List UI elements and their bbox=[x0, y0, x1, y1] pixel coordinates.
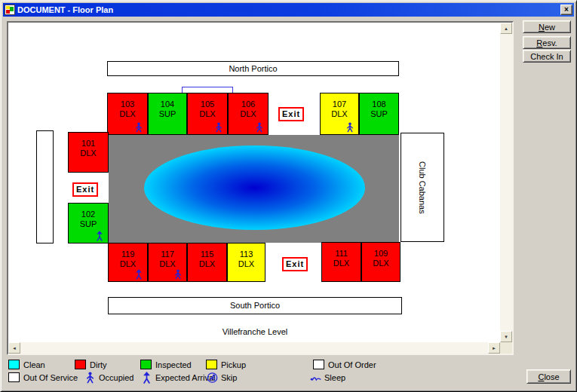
legend-item: Occupied bbox=[84, 372, 134, 383]
room-number: 101 bbox=[69, 139, 108, 149]
room[interactable]: 109 DLX bbox=[361, 242, 401, 282]
occupied-icon bbox=[255, 122, 264, 133]
scroll-left-icon: ◄ bbox=[12, 346, 17, 351]
window-close-button[interactable]: × bbox=[560, 5, 572, 15]
occupied-icon bbox=[173, 269, 183, 280]
check-in-button[interactable]: Check In bbox=[523, 50, 571, 63]
room[interactable]: 107 DLX bbox=[320, 93, 359, 135]
floor-plan-layer: North Portico Club Cabanas South Portico… bbox=[8, 23, 500, 342]
level-label: Villefranche Level bbox=[180, 327, 330, 336]
legend-item: Out Of Order bbox=[313, 359, 376, 370]
legend-item: Sleep bbox=[310, 372, 345, 383]
occupied-icon bbox=[214, 122, 223, 133]
room-number: 109 bbox=[362, 249, 400, 259]
room-number: 115 bbox=[188, 250, 226, 259]
sleep-icon bbox=[310, 372, 321, 384]
scroll-down-icon: ▼ bbox=[504, 335, 508, 339]
legend-label: Sleep bbox=[324, 373, 345, 382]
legend-label: Clean bbox=[23, 360, 45, 369]
legend-item: Skip bbox=[207, 372, 237, 383]
room-number: 104 bbox=[149, 100, 186, 109]
legend-swatch bbox=[8, 360, 20, 369]
room[interactable]: 117 DLX bbox=[148, 243, 187, 282]
exit-sign: Exit bbox=[278, 107, 304, 121]
arrival-icon bbox=[141, 372, 152, 384]
room[interactable]: 103 DLX bbox=[107, 93, 148, 135]
scroll-down-button[interactable]: ▼ bbox=[500, 331, 512, 342]
arrival-icon bbox=[134, 269, 143, 280]
occupied-icon bbox=[84, 372, 96, 384]
room-number: 102 bbox=[69, 210, 108, 219]
room[interactable]: 115 DLX bbox=[187, 243, 227, 282]
scroll-right-icon: ► bbox=[492, 346, 496, 351]
legend-swatch bbox=[140, 360, 152, 369]
room[interactable]: 105 DLX bbox=[187, 93, 228, 135]
room-type: DLX bbox=[69, 149, 108, 158]
occupied-icon bbox=[345, 122, 354, 133]
room-type: DLX bbox=[229, 109, 268, 119]
scrollbar-corner bbox=[500, 342, 512, 354]
room-type: DLX bbox=[188, 259, 226, 269]
vertical-scrollbar[interactable]: ▲ ▼ bbox=[500, 23, 512, 342]
new-button[interactable]: New bbox=[523, 20, 571, 33]
legend-label: Occupied bbox=[99, 373, 134, 382]
scroll-up-icon: ▲ bbox=[504, 26, 508, 31]
legend-swatch bbox=[313, 360, 324, 369]
scroll-left-button[interactable]: ◄ bbox=[8, 342, 20, 354]
connecting-rooms-indicator bbox=[182, 87, 233, 87]
legend-label: Dirty bbox=[90, 360, 107, 369]
legend-item: Expected Arrival bbox=[141, 372, 215, 383]
legend-label: Skip bbox=[221, 373, 237, 382]
skip-icon bbox=[207, 372, 218, 384]
room-number: 106 bbox=[229, 100, 268, 109]
room-type: SUP bbox=[149, 109, 186, 119]
app-icon bbox=[5, 5, 15, 15]
room[interactable]: 101 DLX bbox=[68, 132, 109, 173]
room[interactable]: 104 SUP bbox=[148, 93, 187, 135]
legend-swatch bbox=[206, 360, 217, 369]
room[interactable]: 108 SUP bbox=[359, 93, 399, 135]
legend-label: Out Of Order bbox=[328, 360, 376, 369]
room[interactable]: 102 SUP bbox=[68, 203, 109, 243]
legend: Clean Dirty Inspected Pickup Out Of Orde… bbox=[4, 356, 515, 389]
exit-sign: Exit bbox=[72, 182, 98, 197]
room-number: 117 bbox=[149, 250, 186, 259]
legend-label: Out Of Service bbox=[23, 373, 78, 382]
room[interactable]: 111 DLX bbox=[321, 242, 361, 282]
scroll-right-button[interactable]: ► bbox=[488, 342, 500, 354]
room-type: SUP bbox=[360, 109, 398, 119]
room-number: 113 bbox=[228, 250, 265, 259]
room-type: DLX bbox=[322, 259, 361, 268]
pool-water bbox=[144, 145, 365, 230]
exit-sign: Exit bbox=[282, 257, 308, 271]
room[interactable]: 113 DLX bbox=[227, 243, 265, 282]
close-button[interactable]: Close bbox=[526, 369, 571, 384]
room-number: 105 bbox=[188, 100, 227, 109]
window-title: DOCUMENT - Floor Plan bbox=[17, 5, 113, 14]
room-type: SUP bbox=[69, 219, 108, 229]
room-type: DLX bbox=[228, 259, 265, 269]
legend-swatch bbox=[8, 372, 20, 382]
scroll-up-button[interactable]: ▲ bbox=[500, 23, 512, 34]
west-structure bbox=[36, 130, 54, 243]
room[interactable]: 106 DLX bbox=[228, 93, 269, 135]
room-number: 111 bbox=[322, 249, 361, 259]
legend-item: Inspected bbox=[140, 359, 192, 370]
resv-button[interactable]: Resv. bbox=[523, 36, 571, 49]
app-window: DOCUMENT - Floor Plan × North Portico Cl… bbox=[0, 0, 577, 392]
legend-item: Clean bbox=[8, 359, 45, 370]
legend-item: Out Of Service bbox=[8, 372, 78, 383]
club-cabanas-label: Club Cabanas bbox=[401, 133, 444, 242]
pool-deck bbox=[109, 135, 399, 243]
occupied-icon bbox=[134, 122, 143, 133]
room-type: DLX bbox=[149, 259, 186, 269]
room[interactable]: 119 DLX bbox=[108, 243, 148, 282]
room-number: 103 bbox=[108, 100, 147, 109]
room-number: 119 bbox=[109, 250, 147, 259]
room-type: DLX bbox=[188, 109, 227, 119]
close-icon: × bbox=[564, 6, 569, 14]
room-type: DLX bbox=[362, 259, 400, 268]
room-number: 108 bbox=[360, 100, 398, 109]
horizontal-scrollbar[interactable]: ◄ ► bbox=[8, 342, 500, 354]
floor-plan-canvas: North Portico Club Cabanas South Portico… bbox=[7, 21, 514, 355]
